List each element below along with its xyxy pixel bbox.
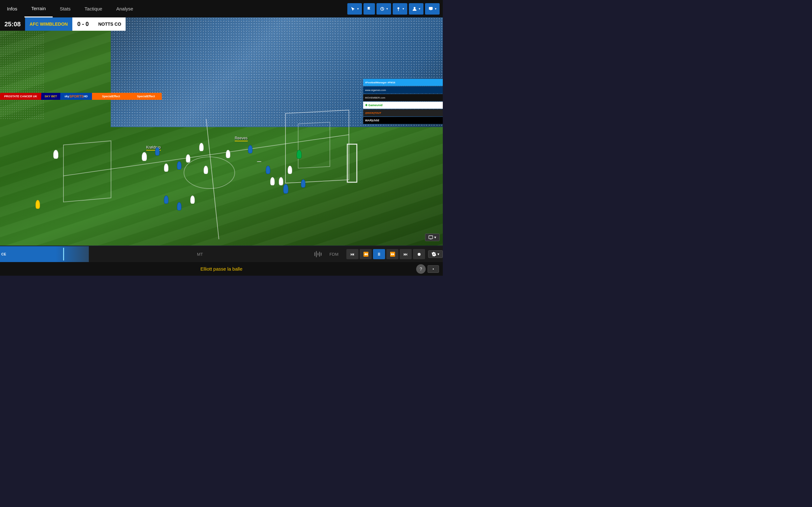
player-white-mid	[190, 195, 195, 204]
goalkeeper	[297, 150, 302, 159]
referee	[36, 200, 40, 209]
chat-icon	[428, 6, 433, 11]
commentary-text: Elliott passe la balle	[200, 266, 243, 272]
svg-rect-8	[298, 122, 330, 168]
player-blue-6	[301, 179, 305, 187]
player-white-def2	[288, 166, 292, 174]
view-button[interactable]: ▾	[425, 233, 440, 241]
tab-stats[interactable]: Stats	[53, 0, 78, 17]
player-white-4	[186, 154, 190, 163]
player-blue-3	[248, 145, 252, 153]
settings-icon	[432, 252, 436, 257]
player-white-3	[164, 164, 168, 172]
away-team-name: NOTTS CO	[94, 17, 125, 31]
person-dropdown-arrow: ▾	[419, 7, 420, 10]
player-blue-mid	[164, 195, 168, 204]
score-bar: 25:08 AFC WIMBLEDON 0 - 0 NOTTS CO	[0, 17, 125, 31]
playback-controls: ⏮ ⏪ ⏸ ⏩ ⏭ ⏺	[343, 249, 428, 259]
player-blue-2	[177, 161, 182, 170]
player-white-2	[142, 152, 147, 161]
player-blue-mid2	[177, 202, 182, 210]
player-white-1	[53, 150, 58, 159]
player-white-def1	[270, 177, 275, 185]
tab-analyse[interactable]: Analyse	[109, 0, 140, 17]
tab-tactique[interactable]: Tactique	[78, 0, 109, 17]
top-navigation: Infos Terrain Stats Tactique Analyse ▾ ▾	[0, 0, 443, 17]
person-icon	[412, 6, 417, 11]
mt-area: MT	[89, 252, 311, 257]
svg-rect-11	[429, 236, 433, 239]
settings-button-2[interactable]	[427, 265, 439, 273]
svg-point-9	[184, 157, 235, 188]
mt-label: MT	[197, 252, 203, 257]
player-blue-4	[266, 166, 270, 174]
tab-terrain[interactable]: Terrain	[24, 0, 53, 17]
ad-board-left: PROSTATE CANCER UK SKY BET sky SPORTS HD…	[0, 93, 200, 100]
fdm-area: FDM	[325, 251, 343, 257]
nav-tabs: Infos Terrain Stats Tactique Analyse	[0, 0, 347, 17]
whistle-dropdown-arrow: ▾	[386, 7, 388, 10]
whistle-icon	[380, 6, 385, 11]
player-label-reeves: Reeves	[235, 136, 248, 141]
flag-button[interactable]	[363, 3, 375, 14]
whistle-button[interactable]: ▾	[376, 3, 391, 14]
rewind-button[interactable]: ⏪	[360, 249, 372, 259]
flag-icon	[367, 6, 372, 11]
ad-board-right: #FootballManager #FM16 www.sigames.com M…	[363, 79, 443, 124]
player-white-7	[226, 150, 230, 158]
match-score: 0 - 0	[72, 17, 94, 31]
pin-button[interactable]: ▾	[393, 3, 407, 14]
pitch-background: PROSTATE CANCER UK SKY BET sky SPORTS HD…	[0, 17, 443, 245]
svg-line-4	[206, 119, 219, 239]
audio-indicator	[311, 251, 325, 257]
player-white-9	[279, 177, 283, 185]
progress-bar-container: CE MT FDM ⏮ ⏪ ⏸ ⏩ ⏭ ⏺ ▾	[0, 246, 443, 262]
cursor-button[interactable]: ▾	[347, 3, 362, 14]
player-white-8	[257, 161, 261, 162]
record-button[interactable]: ⏺	[413, 249, 425, 259]
person-button[interactable]: ▾	[409, 3, 423, 14]
pin-icon	[396, 6, 401, 11]
help-button[interactable]: ?	[416, 264, 426, 274]
pitch-lines-svg	[0, 17, 443, 245]
cursor-icon	[351, 6, 356, 11]
home-team-name: AFC WIMBLEDON	[25, 17, 72, 31]
chat-dropdown-arrow: ▾	[435, 7, 437, 10]
commentary-bar: Elliott passe la balle ?	[0, 262, 443, 276]
pause-button[interactable]: ⏸	[373, 249, 385, 259]
skip-start-button[interactable]: ⏮	[346, 249, 358, 259]
ce-label: CE	[0, 246, 6, 262]
player-label-underline-reeves	[235, 141, 248, 141]
svg-point-2	[414, 7, 415, 9]
player-white-5	[199, 143, 204, 151]
tab-infos[interactable]: Infos	[0, 0, 24, 17]
settings-icon-2	[431, 267, 436, 271]
fast-forward-button[interactable]: ⏩	[386, 249, 398, 259]
chat-button[interactable]: ▾	[425, 3, 440, 14]
screen-icon	[428, 235, 433, 239]
commentary-bar-controls: ?	[416, 264, 439, 274]
svg-rect-7	[286, 110, 349, 183]
progress-indicator	[63, 248, 64, 261]
match-time: 25:08	[0, 17, 25, 31]
player-blue-1	[155, 147, 159, 156]
fdm-label: FDM	[329, 252, 339, 257]
cursor-dropdown-arrow: ▾	[357, 7, 359, 10]
player-white-6	[204, 166, 208, 174]
svg-rect-3	[429, 7, 433, 10]
top-right-controls: ▾ ▾ ▾ ▾ ▾	[347, 3, 443, 14]
pin-dropdown-arrow: ▾	[403, 7, 404, 10]
svg-point-1	[397, 7, 399, 9]
skip-end-button[interactable]: ⏭	[400, 249, 412, 259]
pitch-container: PROSTATE CANCER UK SKY BET sky SPORTS HD…	[0, 17, 443, 245]
settings-button[interactable]: ▾	[428, 250, 443, 258]
view-controls-area: ▾	[425, 233, 440, 241]
svg-rect-6	[63, 141, 111, 202]
progress-track[interactable]	[6, 246, 89, 262]
